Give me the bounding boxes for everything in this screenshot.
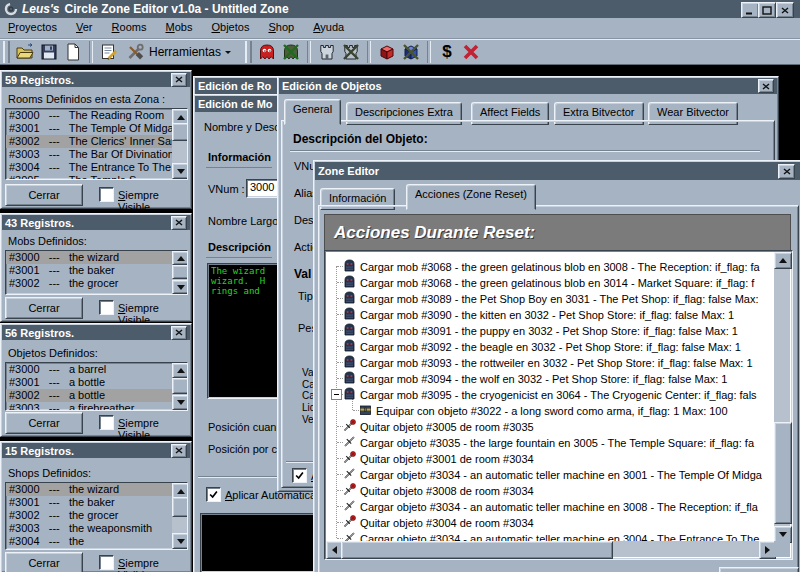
save-button[interactable] [37, 41, 61, 63]
objetos-aplicar-checkbox[interactable] [292, 468, 307, 483]
tree-row[interactable]: Cargar objeto #3035 - the large fountain… [326, 434, 774, 450]
tree-row[interactable]: Quitar objeto #3008 de room #3034 [326, 482, 774, 498]
tree-row[interactable]: Cargar mob #3095 - the cryogenicist en 3… [326, 386, 774, 402]
minimize-button[interactable] [741, 2, 759, 18]
tree-row[interactable]: Quitar objeto #3005 de room #3035 [326, 418, 774, 434]
objetos-close-button[interactable] [758, 79, 774, 93]
menu-ver[interactable]: Ver [68, 18, 101, 37]
scroll-thumb[interactable] [172, 265, 188, 279]
tree-row[interactable]: Cargar objeto #3034 - an automatic telle… [326, 466, 774, 482]
mobs-listbox[interactable]: #3000 --- the wizard #3001 --- the baker… [5, 250, 188, 295]
delete-shop-button[interactable] [459, 41, 483, 63]
tree-row[interactable]: Cargar mob #3090 - the kitten en 3032 - … [326, 306, 774, 322]
panel-close-button[interactable] [171, 326, 187, 340]
open-button[interactable] [13, 41, 37, 63]
scroll-thumb[interactable] [341, 541, 613, 559]
list-scrollbar[interactable] [172, 251, 187, 292]
panel-titlebar[interactable]: 15 Registros. [2, 443, 190, 458]
objetos-window-titlebar[interactable]: Edición de Objetos [279, 78, 777, 94]
scroll-up-button[interactable] [172, 251, 188, 265]
list-scrollbar[interactable] [172, 109, 187, 177]
siempre-visible-checkbox[interactable] [99, 300, 114, 315]
tree-row[interactable]: Cargar mob #3094 - the wolf en 3032 - Pe… [326, 370, 774, 386]
siempre-visible-checkbox[interactable] [99, 555, 114, 570]
menu-objetos[interactable]: Objetos [203, 18, 257, 37]
shops-listbox[interactable]: #3000 --- the wizard #3001 --- the baker… [5, 482, 188, 550]
toolbar-grip[interactable] [3, 41, 10, 63]
menu-ayuda[interactable]: Ayuda [305, 18, 352, 37]
delete-mob-button[interactable] [279, 41, 303, 63]
tree-vertical-scrollbar[interactable] [774, 252, 790, 541]
tree-row[interactable]: Cargar mob #3093 - the rottweiler en 303… [326, 354, 774, 370]
tree-row[interactable]: Cargar mob #3068 - the green gelatinous … [326, 274, 774, 290]
list-scrollbar[interactable] [172, 483, 187, 547]
list-item-selected[interactable]: #3000 --- the wizard [6, 483, 187, 496]
collapse-expander[interactable] [331, 389, 342, 400]
list-item[interactable]: #3003 --- The Bar Of Divination [6, 148, 187, 161]
list-item[interactable]: #3004 --- The Entrance To The ( [6, 161, 187, 174]
herramientas-button[interactable]: Herramientas [121, 41, 235, 63]
menu-proyectos[interactable]: Proyectos [0, 18, 65, 37]
list-item[interactable]: #3001 --- the baker [6, 496, 187, 509]
list-item[interactable]: #3000 --- a barrel [6, 363, 187, 376]
list-scrollbar[interactable] [172, 363, 187, 408]
cerrar-button[interactable]: Cerrar [5, 412, 83, 434]
rooms-listbox[interactable]: #3000 --- The Reading Room #3001 --- The… [5, 108, 188, 180]
list-item[interactable]: #3002 --- the grocer [6, 509, 187, 522]
list-item-selected[interactable]: #3000 --- the wizard [6, 251, 187, 264]
menu-shop[interactable]: Shop [260, 18, 302, 37]
scroll-down-button[interactable] [172, 533, 188, 549]
siempre-visible-checkbox[interactable] [99, 415, 114, 430]
tree-row[interactable]: Cargar mob #3089 - the Pet Shop Boy en 3… [326, 290, 774, 306]
cerrar-button[interactable]: Cerrar [5, 184, 83, 206]
tree-row[interactable]: Cargar objeto #3034 - an automatic telle… [326, 498, 774, 514]
menu-rooms[interactable]: Rooms [104, 18, 155, 37]
scroll-thumb[interactable] [172, 497, 188, 517]
shop-button[interactable]: $ [435, 41, 459, 63]
new-button[interactable] [61, 41, 85, 63]
delete-object-button[interactable] [399, 41, 423, 63]
panel-close-button[interactable] [171, 444, 187, 458]
list-item[interactable]: #3004 --- the [6, 535, 187, 548]
objetos-listbox[interactable]: #3000 --- a barrel #3001 --- a bottle #3… [5, 362, 188, 411]
list-item[interactable]: #3002 --- the grocer [6, 277, 187, 290]
scroll-thumb[interactable] [172, 123, 188, 141]
tree-row[interactable]: Cargar mob #3068 - the green gelatinous … [326, 258, 774, 274]
tree-row[interactable]: Equipar con objeto #3022 - a long sword … [326, 402, 774, 418]
panel-titlebar[interactable]: 59 Registros. [2, 72, 190, 87]
add-room-button[interactable] [315, 41, 339, 63]
scroll-up-button[interactable] [774, 252, 792, 269]
tree-row[interactable]: Quitar objeto #3004 de room #3034 [326, 514, 774, 530]
panel-close-button[interactable] [171, 73, 187, 87]
tree-row[interactable]: Cargar objeto #3034 - an automatic telle… [326, 530, 774, 541]
tree-horizontal-scrollbar[interactable] [326, 541, 774, 557]
list-item[interactable]: #3003 --- a firebreather [6, 402, 187, 411]
close-button[interactable] [776, 2, 794, 18]
list-item[interactable]: #3003 --- the weaponsmith [6, 522, 187, 535]
list-item[interactable]: #3005 --- The Temple S [6, 174, 187, 180]
list-item-selected[interactable]: #3002 --- The Clerics' Inner San [6, 135, 187, 148]
properties-button[interactable] [97, 41, 121, 63]
scroll-down-button[interactable] [172, 163, 188, 179]
list-item[interactable]: #3001 --- the baker [6, 264, 187, 277]
list-item[interactable]: #3000 --- The Reading Room [6, 109, 187, 122]
list-item[interactable]: #3001 --- a bottle [6, 376, 187, 389]
menu-mobs[interactable]: Mobs [157, 18, 200, 37]
siempre-visible-checkbox[interactable] [99, 187, 114, 202]
zone-actions-tree[interactable]: Cargar mob #3068 - the green gelatinous … [324, 250, 793, 560]
zone-partial-button[interactable] [719, 567, 799, 572]
list-item[interactable]: #3001 --- The Temple Of Midgaa [6, 122, 187, 135]
tree-row[interactable]: Quitar objeto #3001 de room #3034 [326, 450, 774, 466]
tab-general[interactable]: General [284, 99, 341, 125]
tab-acciones-zone-reset[interactable]: Acciones (Zone Reset) [406, 184, 536, 210]
list-item-selected[interactable]: #3002 --- a bottle [6, 389, 187, 402]
zone-editor-titlebar[interactable]: Zone Editor [315, 162, 800, 180]
scroll-up-button[interactable] [172, 363, 188, 378]
delete-room-button[interactable] [339, 41, 363, 63]
panel-close-button[interactable] [171, 216, 187, 230]
tree-row[interactable]: Cargar mob #3092 - the beagle en 3032 - … [326, 338, 774, 354]
maximize-button[interactable] [758, 2, 776, 18]
toolbar-grip-2[interactable] [245, 41, 252, 63]
cerrar-button[interactable]: Cerrar [5, 297, 83, 319]
cerrar-button[interactable]: Cerrar [5, 552, 83, 572]
